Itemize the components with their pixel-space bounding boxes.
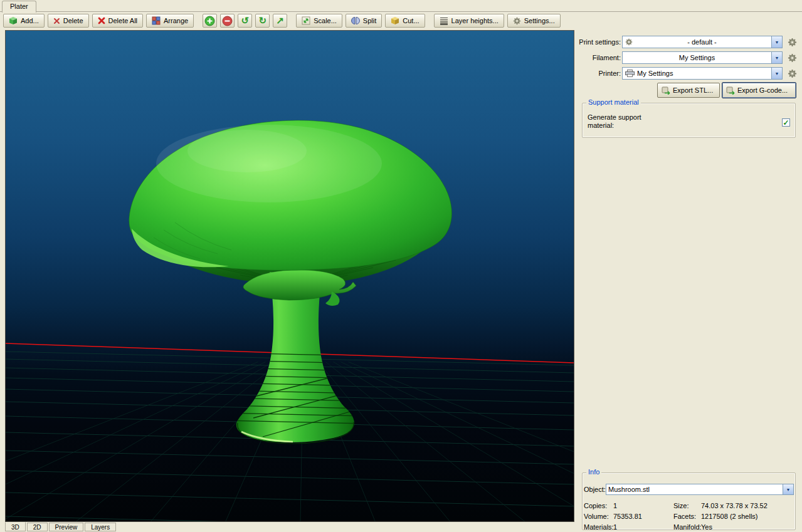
facets-value: 1217508 (2 shells): [701, 513, 793, 520]
cut-button-label: Cut...: [403, 17, 419, 24]
delete-all-button[interactable]: Delete All: [92, 14, 143, 28]
tab-plater[interactable]: Plater: [2, 1, 36, 13]
object-value: Mushroom.stl: [608, 486, 780, 493]
add-cube-icon: [9, 16, 18, 25]
filament-combo[interactable]: My Settings ▼: [622, 51, 783, 64]
viewport-3d-canvas[interactable]: [6, 31, 574, 521]
copies-value: 1: [613, 502, 673, 509]
filament-value: My Settings: [625, 54, 769, 61]
increase-copies-button[interactable]: [203, 14, 217, 28]
generate-support-checkbox[interactable]: ✓: [782, 118, 790, 127]
copies-label: Copies:: [584, 502, 613, 509]
rotate-ccw-icon: ↺: [241, 16, 249, 25]
split-button-label: Split: [363, 17, 376, 24]
manifold-label: Manifold:: [673, 523, 701, 531]
size-label: Size:: [673, 502, 701, 509]
materials-value: 1: [613, 523, 673, 531]
support-material-group-title: Support material: [586, 98, 641, 106]
add-button[interactable]: Add...: [3, 14, 45, 28]
print-settings-combo[interactable]: - default - ▼: [622, 36, 783, 48]
gear-icon: [513, 17, 521, 25]
change-scale-button[interactable]: ↗: [273, 14, 287, 28]
export-stl-button[interactable]: Export STL...: [657, 83, 720, 98]
filament-label: Filament:: [576, 54, 621, 61]
add-button-label: Add...: [21, 17, 39, 24]
arrange-button-label: Arrange: [164, 17, 188, 24]
materials-label: Materials:: [584, 523, 613, 531]
split-button[interactable]: Split: [346, 14, 382, 28]
filament-gear-button[interactable]: [787, 53, 798, 63]
right-panel: Print settings: - default - ▼ Filament: …: [576, 30, 802, 532]
toolbar: Add... Delete Delete All Arrange ↺ ↻ ↗: [3, 13, 561, 28]
tab-2d-label: 2D: [33, 524, 41, 531]
print-settings-gear-button[interactable]: [787, 37, 798, 48]
printer-combo[interactable]: My Settings ▼: [622, 67, 783, 80]
print-settings-value: - default -: [635, 38, 769, 46]
size-value: 74.03 x 73.78 x 73.52: [701, 502, 793, 509]
cap-sheen-small: [187, 130, 307, 172]
export-icon: [726, 86, 735, 95]
support-material-group: Support material Generate support materi…: [582, 103, 796, 138]
decrease-copies-button[interactable]: [220, 14, 235, 28]
combo-arrow-icon[interactable]: ▼: [771, 36, 782, 48]
combo-arrow-icon[interactable]: ▼: [771, 68, 782, 79]
tab-3d-label: 3D: [11, 524, 19, 531]
scale-button-label: Scale...: [314, 17, 337, 24]
arrange-squares-icon: [152, 16, 161, 25]
info-group-title: Info: [586, 468, 601, 476]
slic3r-window: Plater Add... Delete Delete All Arrange …: [0, 0, 802, 532]
rotate-ccw-button[interactable]: ↺: [238, 14, 252, 28]
split-halves-icon: [351, 16, 360, 25]
settings-button-label: Settings...: [524, 17, 555, 24]
scale-arrow-icon: ↗: [276, 16, 284, 25]
tab-plater-label: Plater: [10, 3, 28, 10]
scale-box-icon: [302, 16, 310, 25]
tab-preview[interactable]: Preview: [49, 523, 84, 531]
tab-layers-label: Layers: [91, 524, 110, 531]
printer-label: Printer:: [576, 70, 621, 77]
viewport-3d[interactable]: [5, 30, 574, 522]
top-tab-strip: Plater: [0, 0, 802, 12]
tab-2d[interactable]: 2D: [27, 523, 48, 531]
volume-label: Volume:: [584, 513, 613, 520]
printer-icon: [625, 70, 635, 77]
delete-button-label: Delete: [63, 17, 83, 24]
rotate-cw-button[interactable]: ↻: [255, 14, 270, 28]
generate-support-label: Generate support material:: [588, 113, 658, 130]
object-label: Object:: [584, 486, 606, 493]
plus-circle-icon: [204, 16, 215, 26]
delete-all-x-icon: [98, 17, 105, 24]
printer-gear-button[interactable]: [787, 68, 798, 79]
settings-button[interactable]: Settings...: [507, 14, 561, 28]
combo-arrow-icon[interactable]: ▼: [783, 484, 793, 494]
printer-value: My Settings: [637, 70, 769, 77]
export-icon: [662, 86, 670, 95]
tab-layers[interactable]: Layers: [85, 523, 116, 531]
object-combo[interactable]: Mushroom.stl ▼: [606, 484, 794, 495]
export-gcode-button[interactable]: Export G-code...: [722, 82, 796, 98]
export-gcode-label: Export G-code...: [737, 86, 788, 94]
tab-preview-label: Preview: [55, 524, 78, 531]
info-grid: Copies: 1 Size: 74.03 x 73.78 x 73.52 Vo…: [584, 502, 793, 531]
export-stl-label: Export STL...: [673, 86, 713, 94]
delete-all-button-label: Delete All: [108, 17, 137, 24]
print-settings-label: Print settings:: [576, 38, 621, 46]
layer-lines-icon: [440, 17, 448, 25]
check-icon: ✓: [783, 120, 789, 126]
layer-heights-button[interactable]: Layer heights...: [434, 14, 504, 28]
volume-value: 75353.81: [613, 513, 673, 520]
gear-icon: [625, 38, 633, 46]
delete-button[interactable]: Delete: [48, 14, 89, 28]
arrange-button[interactable]: Arrange: [146, 14, 194, 28]
cut-button[interactable]: Cut...: [385, 14, 425, 28]
scale-button[interactable]: Scale...: [296, 14, 342, 28]
combo-arrow-icon[interactable]: ▼: [771, 52, 782, 63]
facets-label: Facets:: [673, 513, 701, 520]
minus-circle-icon: [222, 16, 233, 26]
tab-3d[interactable]: 3D: [5, 522, 26, 531]
view-tab-strip: 3D 2D Preview Layers: [5, 523, 116, 532]
rotate-cw-icon: ↻: [258, 16, 266, 25]
info-group: Info Object: Mushroom.stl ▼ Copies: 1 Si…: [582, 472, 796, 530]
layer-heights-button-label: Layer heights...: [451, 17, 499, 24]
cut-cube-icon: [391, 16, 399, 25]
